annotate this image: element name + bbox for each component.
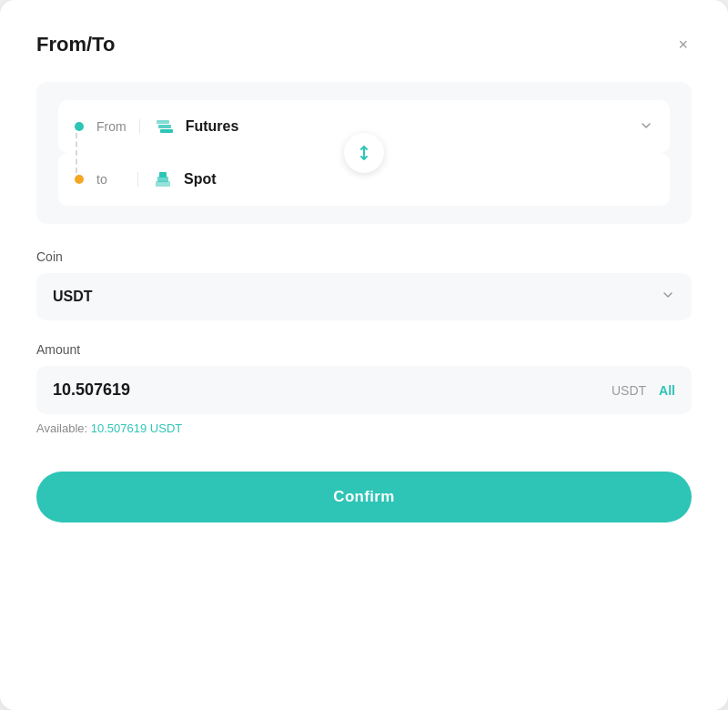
amount-right: USDT All (612, 383, 675, 398)
amount-section: Amount USDT All Available: 10.507619 USD… (36, 342, 692, 435)
connector-line (76, 133, 77, 173)
available-label: Available: (36, 421, 87, 435)
modal-container: From/To × From Futures (0, 0, 728, 710)
modal-header: From/To × (36, 33, 692, 56)
all-button[interactable]: All (659, 383, 675, 398)
coin-selected-value: USDT (53, 289, 93, 305)
available-amount-value: 10.507619 USDT (91, 421, 182, 435)
from-account-name: Futures (186, 118, 239, 135)
amount-label: Amount (36, 342, 692, 357)
coin-section: Coin USDT (36, 249, 692, 320)
from-account-info: Futures (153, 115, 639, 138)
coin-label: Coin (36, 249, 692, 264)
amount-box: USDT All (36, 366, 692, 414)
svg-rect-2 (160, 129, 173, 133)
available-text: Available: 10.507619 USDT (36, 421, 692, 435)
swap-button[interactable] (344, 133, 384, 173)
svg-rect-1 (158, 125, 171, 128)
amount-input[interactable] (53, 380, 612, 400)
futures-icon (153, 115, 177, 138)
from-chevron-icon (639, 118, 653, 136)
from-dot (75, 122, 84, 131)
coin-chevron-icon (661, 288, 675, 306)
confirm-button[interactable]: Confirm (36, 472, 692, 522)
svg-rect-5 (159, 172, 167, 178)
coin-select-dropdown[interactable]: USDT (36, 273, 692, 320)
from-label: From (96, 119, 140, 134)
transfer-card: From Futures (36, 82, 692, 224)
spot-icon (151, 167, 175, 191)
amount-currency-label: USDT (612, 383, 646, 398)
to-account-info: Spot (151, 167, 653, 191)
to-account-name: Spot (184, 171, 217, 188)
svg-rect-0 (157, 120, 169, 124)
to-label: to (96, 172, 138, 187)
to-dot (75, 175, 84, 184)
modal-title: From/To (36, 33, 115, 56)
close-button[interactable]: × (674, 33, 692, 56)
